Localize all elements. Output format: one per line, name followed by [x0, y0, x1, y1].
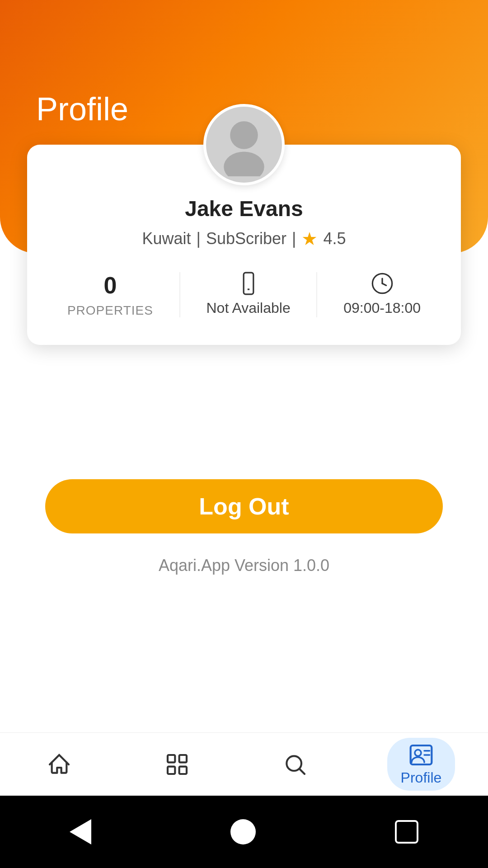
profile-nav-label: Profile	[401, 769, 442, 786]
svg-rect-7	[168, 755, 175, 762]
user-meta: Kuwait | SubScriber | ★ 4.5	[142, 228, 346, 249]
logout-button[interactable]: Log Out	[45, 479, 443, 533]
svg-rect-10	[179, 766, 187, 774]
meta-separator-2: |	[292, 229, 296, 248]
hours-label: 09:00-18:00	[343, 300, 421, 316]
system-nav	[0, 796, 488, 868]
nav-item-profile[interactable]: Profile	[387, 738, 455, 791]
svg-point-14	[415, 750, 421, 756]
svg-rect-9	[168, 766, 175, 774]
user-location: Kuwait	[142, 229, 191, 248]
search-icon	[282, 752, 308, 777]
stat-hours: 09:00-18:00	[343, 272, 421, 316]
user-role: SubScriber	[206, 229, 286, 248]
page-title: Profile	[36, 90, 128, 127]
grid-icon	[164, 752, 190, 777]
nav-item-search[interactable]	[269, 747, 321, 782]
stat-divider-1	[179, 272, 180, 317]
properties-label: PROPERTIES	[67, 303, 153, 318]
version-text: Aqari.App Version 1.0.0	[0, 556, 488, 575]
system-recents-button[interactable]	[395, 820, 418, 844]
avatar-silhouette	[212, 113, 276, 176]
nav-item-grid[interactable]	[151, 747, 203, 782]
clock-icon	[371, 272, 394, 295]
avatar	[203, 104, 285, 185]
svg-rect-8	[179, 755, 187, 762]
meta-separator-1: |	[197, 229, 201, 248]
nav-item-home[interactable]	[33, 747, 85, 782]
availability-label: Not Available	[206, 300, 290, 316]
system-home-button[interactable]	[230, 819, 256, 844]
profile-nav-icon	[408, 742, 434, 768]
properties-value: 0	[103, 272, 117, 299]
user-name: Jake Evans	[185, 196, 303, 221]
svg-point-0	[230, 121, 258, 149]
stat-divider-2	[316, 272, 317, 317]
profile-card: Jake Evans Kuwait | SubScriber | ★ 4.5 0…	[27, 145, 461, 345]
svg-rect-2	[244, 273, 253, 294]
stat-availability: Not Available	[206, 272, 290, 316]
svg-line-6	[382, 283, 386, 285]
svg-point-1	[224, 151, 264, 176]
star-icon: ★	[301, 228, 318, 249]
home-icon	[47, 752, 72, 777]
phone-icon	[237, 272, 260, 295]
user-rating: 4.5	[323, 229, 346, 248]
system-back-button[interactable]	[70, 819, 91, 844]
stat-properties: 0 PROPERTIES	[67, 272, 153, 318]
svg-line-12	[300, 769, 305, 774]
bottom-nav: Profile	[0, 732, 488, 796]
stats-row: 0 PROPERTIES Not Available 09:00-18:00	[54, 272, 434, 318]
